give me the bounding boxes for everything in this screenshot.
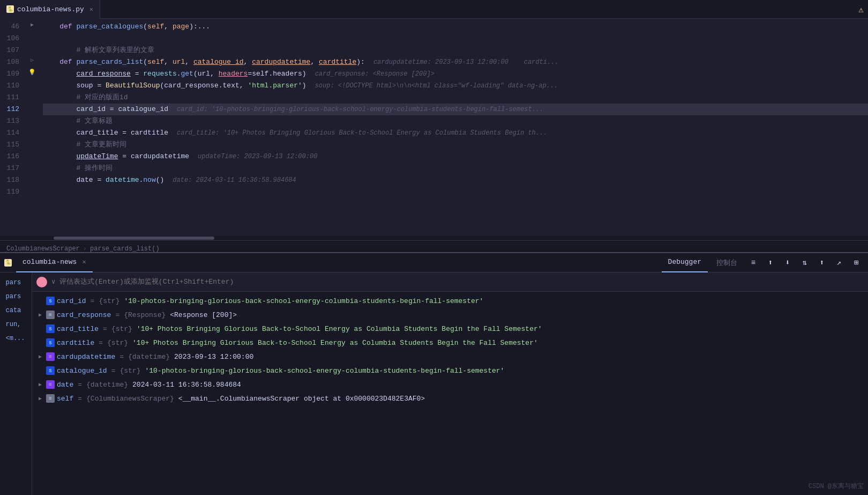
inline-hint-112: card_id: '10-photos-bringing-glorious-ba…	[177, 104, 543, 115]
debug-tab-bar: 🐍 columbia-news ✕ Debugger 控制台 ≡ ⬆ ⬇ ⇅ ⬆…	[0, 253, 868, 272]
toolbar-jump-btn[interactable]: ↗	[832, 255, 847, 270]
ln-107: 107	[0, 45, 26, 56]
gutter-113	[26, 113, 39, 125]
python-session-icon: 🐍	[0, 253, 16, 272]
toolbar-step-out-btn[interactable]: ⇅	[797, 255, 812, 270]
var-type-str-icon: s	[46, 338, 55, 347]
var-value-card-id: '10-photos-bringing-glorious-back-school…	[124, 297, 483, 305]
var-name-cardupdatetime: cardupdatetime	[57, 353, 115, 361]
code-text: card_response = requests.get(url, header…	[43, 68, 306, 80]
eval-input[interactable]	[59, 278, 864, 286]
editor-tab-bar: 🐍 columbia-news.py ✕	[0, 0, 868, 19]
eval-status-dot	[36, 277, 47, 287]
var-eq: =	[119, 353, 124, 361]
ln-119: 119	[0, 186, 26, 198]
code-text: updateTime = cardupdatetime	[43, 151, 189, 162]
session-close-button[interactable]: ✕	[82, 258, 86, 266]
sidebar-item-1[interactable]: pars	[3, 291, 29, 302]
ln-111: 111	[0, 92, 26, 104]
inline-hint-109: card_response: <Response [200]>	[315, 68, 435, 80]
editor-tab[interactable]: 🐍 columbia-news.py ✕	[0, 0, 100, 19]
var-row-card-id[interactable]: s card_id = {str} '10-photos-bringing-gl…	[32, 294, 868, 308]
horizontal-scrollbar[interactable]	[0, 236, 868, 240]
var-expand-date[interactable]: ▶	[36, 381, 44, 388]
var-row-cardtitle[interactable]: s cardtitle = {str} '10+ Photos Bringing…	[32, 336, 868, 350]
toolbar-continue-btn[interactable]: ⬆	[814, 255, 829, 270]
var-name-cardtitle: cardtitle	[57, 339, 94, 347]
gutter-118	[26, 172, 39, 184]
sidebar-label-1: pars	[6, 293, 21, 300]
var-meta-card-id: {str}	[99, 297, 119, 305]
var-meta-card-response: {Response}	[124, 311, 166, 319]
var-value-catalogue-id: '10-photos-bringing-glorious-back-school…	[145, 367, 504, 375]
var-expand-cardupdatetime[interactable]: ▶	[36, 353, 44, 360]
gutter-114	[26, 125, 39, 137]
tab-console[interactable]: 控制台	[710, 253, 744, 272]
ln-116: 116	[0, 151, 26, 162]
code-text: card_id = catalogue_id	[43, 104, 168, 115]
toolbar-list-btn[interactable]: ≡	[746, 255, 761, 270]
var-row-card-response[interactable]: ▶ ≡ card_response = {Response} <Response…	[32, 308, 868, 322]
sidebar-item-2[interactable]: cata	[3, 305, 29, 316]
sidebar-item-4[interactable]: <m...	[3, 333, 29, 344]
toolbar-table-btn[interactable]: ⊞	[849, 255, 864, 270]
code-line-118: date = datetime.now() date: 2024-03-11 1…	[43, 174, 868, 186]
gutter-area: ▶ ▷ 💡	[26, 19, 39, 236]
code-line-111: # 对应的版面id	[43, 92, 868, 104]
scroll-thumb[interactable]	[54, 237, 214, 240]
code-text: # 文章更新时间	[43, 139, 126, 151]
ln-112: 112	[0, 104, 26, 115]
ln-108: 108	[0, 56, 26, 68]
var-row-catalogue-id[interactable]: s catalogue_id = {str} '10-photos-bringi…	[32, 364, 868, 378]
sidebar-item-3[interactable]: run,	[3, 319, 29, 330]
var-row-card-title[interactable]: s card_title = {str} '10+ Photos Bringin…	[32, 322, 868, 336]
gutter-108[interactable]: ▷	[26, 54, 39, 66]
code-line-113: # 文章标题	[43, 115, 868, 127]
gutter-119	[26, 184, 39, 196]
var-expand-none	[36, 297, 44, 305]
code-text: soup = BeautifulSoup(card_response.text,…	[43, 80, 306, 92]
var-type-str-icon: s	[46, 297, 55, 305]
code-text: def parse_cards_list(self, url, catalogu…	[43, 56, 365, 68]
toolbar-step-over-btn[interactable]: ⬆	[763, 255, 778, 270]
inline-hint-114: card_title: '10+ Photos Bringing Gloriou…	[177, 127, 547, 139]
ln-117: 117	[0, 162, 26, 174]
toolbar-step-into-btn[interactable]: ⬇	[780, 255, 795, 270]
var-meta-cardupdatetime: {datetime}	[128, 353, 170, 361]
tab-debugger[interactable]: Debugger	[662, 253, 708, 272]
breadcrumb-separator: ›	[83, 245, 87, 253]
tab-close-button[interactable]: ✕	[89, 5, 93, 13]
var-eq: =	[115, 311, 119, 319]
sidebar-label-0: pars	[6, 279, 21, 286]
gutter-46[interactable]: ▶	[26, 19, 39, 31]
ln-115: 115	[0, 139, 26, 151]
debug-toolbar: Debugger 控制台 ≡ ⬆ ⬇ ⇅ ⬆ ↗ ⊞	[662, 253, 868, 272]
var-row-cardupdatetime[interactable]: ▶ ≡ cardupdatetime = {datetime} 2023-09-…	[32, 350, 868, 364]
python-icon: 🐍	[4, 259, 12, 267]
var-name-card-response: card_response	[57, 311, 111, 319]
var-row-self[interactable]: ▶ ≡ self = {ColumbianewsScraper} <__main…	[32, 391, 868, 405]
code-line-117: # 操作时间	[43, 162, 868, 174]
debug-sidebar: pars pars cata run, <m...	[0, 272, 32, 495]
var-expand-card-response[interactable]: ▶	[36, 311, 44, 319]
var-expand-self[interactable]: ▶	[36, 395, 44, 402]
var-value-self: <__main__.ColumbianewsScraper object at …	[178, 395, 425, 403]
var-expand-none	[36, 325, 44, 333]
code-line-109: card_response = requests.get(url, header…	[43, 68, 868, 80]
var-type-obj-icon: ≡	[46, 311, 55, 319]
breadcrumb-method: parse_cards_list()	[90, 245, 160, 253]
debug-session-tab[interactable]: columbia-news ✕	[16, 253, 93, 272]
gutter-117	[26, 160, 39, 172]
ln-106: 106	[0, 33, 26, 45]
sidebar-item-0[interactable]: pars	[3, 277, 29, 289]
var-meta-cardtitle: {str}	[107, 339, 128, 347]
var-name-self: self	[57, 395, 73, 403]
var-row-date[interactable]: ▶ ≡ date = {datetime} 2024-03-11 16:36:5…	[32, 378, 868, 391]
code-line-114: card_title = cardtitle card_title: '10+ …	[43, 127, 868, 139]
var-meta-catalogue-id: {str}	[119, 367, 140, 375]
session-tab-label: columbia-news	[23, 258, 77, 266]
sidebar-label-3: run,	[6, 321, 21, 328]
eval-chevron-icon: ∨	[51, 278, 55, 286]
var-value-date: 2024-03-11 16:36:58.984684	[132, 381, 241, 389]
gutter-116	[26, 149, 39, 160]
